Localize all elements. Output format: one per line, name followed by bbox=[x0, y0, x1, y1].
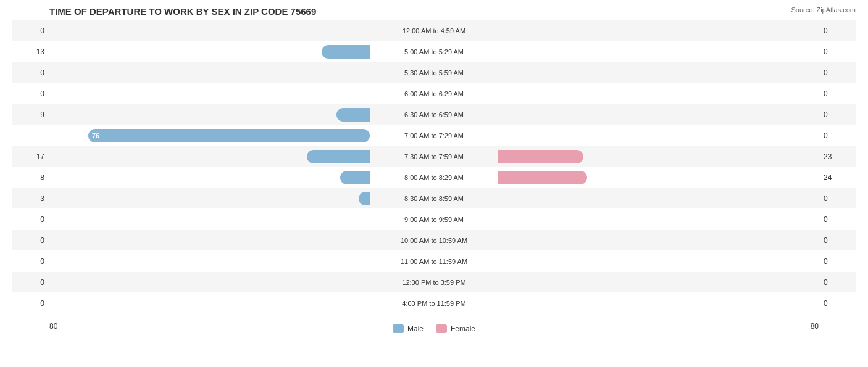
table-row: 06:00 AM to 6:29 AM0 bbox=[12, 83, 856, 104]
female-value: 0 bbox=[819, 110, 856, 119]
female-value: 0 bbox=[819, 236, 856, 245]
table-row: 012:00 AM to 4:59 AM0 bbox=[12, 20, 856, 41]
male-legend-label: Male bbox=[407, 324, 424, 333]
female-bar bbox=[498, 150, 583, 163]
legend-female: Female bbox=[436, 324, 475, 333]
time-label: 11:00 AM to 11:59 AM bbox=[372, 258, 496, 265]
male-side bbox=[49, 24, 372, 38]
female-side bbox=[496, 297, 819, 310]
bars-section: 7:30 AM to 7:59 AM bbox=[49, 146, 819, 167]
axis-left: 80 bbox=[49, 322, 57, 333]
table-row: 135:00 AM to 5:29 AM0 bbox=[12, 41, 856, 62]
female-side bbox=[496, 108, 819, 122]
time-label: 8:30 AM to 8:59 AM bbox=[372, 195, 496, 202]
table-row: 09:00 AM to 9:59 AM0 bbox=[12, 209, 856, 229]
female-side bbox=[496, 87, 819, 101]
female-value: 0 bbox=[819, 278, 856, 287]
female-value: 0 bbox=[819, 131, 856, 140]
male-value: 13 bbox=[12, 47, 49, 56]
male-side bbox=[49, 171, 372, 184]
male-value: 0 bbox=[12, 68, 49, 77]
female-side bbox=[496, 255, 819, 268]
bars-section: 4:00 PM to 11:59 PM bbox=[49, 293, 819, 313]
female-side bbox=[496, 171, 819, 184]
time-label: 8:00 AM to 8:29 AM bbox=[372, 174, 496, 181]
bars-section: 8:30 AM to 8:59 AM bbox=[49, 188, 819, 208]
male-value: 0 bbox=[12, 236, 49, 245]
female-side bbox=[496, 150, 819, 163]
bars-section: 12:00 PM to 3:59 PM bbox=[49, 272, 819, 292]
male-side bbox=[49, 66, 372, 80]
table-row: 38:30 AM to 8:59 AM0 bbox=[12, 188, 856, 208]
female-side bbox=[496, 192, 819, 205]
time-label: 5:30 AM to 5:59 AM bbox=[372, 69, 496, 76]
male-side bbox=[49, 276, 372, 289]
male-bar bbox=[336, 108, 370, 122]
male-value: 0 bbox=[12, 89, 49, 98]
table-row: 05:30 AM to 5:59 AM0 bbox=[12, 62, 856, 83]
time-label: 9:00 AM to 9:59 AM bbox=[372, 216, 496, 223]
female-side bbox=[496, 276, 819, 289]
male-side: 76 bbox=[49, 129, 372, 142]
male-value: 0 bbox=[12, 278, 49, 287]
male-side bbox=[49, 234, 372, 247]
female-value: 24 bbox=[819, 173, 856, 182]
female-value: 0 bbox=[819, 194, 856, 203]
female-side bbox=[496, 213, 819, 226]
axis-right: 80 bbox=[811, 322, 819, 333]
male-side bbox=[49, 297, 372, 310]
source-label: Source: ZipAtlas.com bbox=[791, 6, 856, 14]
male-value: 0 bbox=[12, 257, 49, 266]
male-value: 0 bbox=[12, 299, 49, 308]
chart-container: TIME OF DEPARTURE TO WORK BY SEX IN ZIP … bbox=[0, 0, 868, 367]
table-row: 767:00 AM to 7:29 AM0 bbox=[12, 125, 856, 146]
male-side bbox=[49, 213, 372, 226]
male-side bbox=[49, 108, 372, 122]
table-row: 177:30 AM to 7:59 AM23 bbox=[12, 146, 856, 167]
time-label: 6:00 AM to 6:29 AM bbox=[372, 90, 496, 97]
female-value: 0 bbox=[819, 215, 856, 224]
table-row: 011:00 AM to 11:59 AM0 bbox=[12, 251, 856, 271]
table-row: 04:00 PM to 11:59 PM0 bbox=[12, 293, 856, 313]
male-side bbox=[49, 255, 372, 268]
time-label: 12:00 PM to 3:59 PM bbox=[372, 279, 496, 286]
time-label: 5:00 AM to 5:29 AM bbox=[372, 48, 496, 56]
female-legend-label: Female bbox=[451, 324, 475, 333]
female-value: 0 bbox=[819, 47, 856, 56]
time-label: 4:00 PM to 11:59 PM bbox=[372, 300, 496, 307]
female-value: 0 bbox=[819, 299, 856, 308]
female-side bbox=[496, 45, 819, 59]
male-value: 8 bbox=[12, 173, 49, 182]
male-side bbox=[49, 45, 372, 59]
table-row: 88:00 AM to 8:29 AM24 bbox=[12, 167, 856, 188]
female-side bbox=[496, 66, 819, 80]
bars-section: 767:00 AM to 7:29 AM bbox=[49, 125, 819, 146]
male-value: 17 bbox=[12, 152, 49, 161]
time-label: 7:30 AM to 7:59 AM bbox=[372, 153, 496, 160]
bars-section: 8:00 AM to 8:29 AM bbox=[49, 167, 819, 188]
bars-section: 9:00 AM to 9:59 AM bbox=[49, 209, 819, 229]
female-legend-box bbox=[436, 324, 447, 333]
male-side bbox=[49, 87, 372, 101]
time-label: 6:30 AM to 6:59 AM bbox=[372, 111, 496, 118]
male-side bbox=[49, 192, 372, 205]
male-value: 0 bbox=[12, 27, 49, 35]
female-value: 23 bbox=[819, 152, 856, 161]
male-bar bbox=[359, 192, 370, 205]
bars-section: 11:00 AM to 11:59 AM bbox=[49, 251, 819, 271]
male-bar: 76 bbox=[88, 129, 370, 142]
female-side bbox=[496, 129, 819, 142]
table-row: 012:00 PM to 3:59 PM0 bbox=[12, 272, 856, 292]
chart-area: 012:00 AM to 4:59 AM0135:00 AM to 5:29 A… bbox=[12, 20, 856, 320]
bars-section: 12:00 AM to 4:59 AM bbox=[49, 20, 819, 41]
female-side bbox=[496, 234, 819, 247]
bars-section: 10:00 AM to 10:59 AM bbox=[49, 230, 819, 250]
bars-section: 6:30 AM to 6:59 AM bbox=[49, 104, 819, 125]
chart-title: TIME OF DEPARTURE TO WORK BY SEX IN ZIP … bbox=[12, 6, 856, 17]
time-label: 7:00 AM to 7:29 AM bbox=[372, 132, 496, 139]
time-label: 10:00 AM to 10:59 AM bbox=[372, 237, 496, 244]
male-value: 3 bbox=[12, 194, 49, 203]
bars-section: 6:00 AM to 6:29 AM bbox=[49, 83, 819, 104]
bottom-axis: 80 Male Female 80 bbox=[12, 320, 856, 333]
male-bar bbox=[307, 150, 370, 163]
